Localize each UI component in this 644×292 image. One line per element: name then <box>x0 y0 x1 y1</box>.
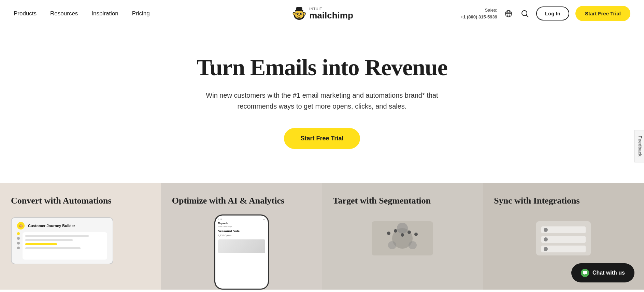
mailchimp-label: mailchimp <box>309 11 353 20</box>
svg-point-38 <box>544 247 548 251</box>
nav-link-pricing[interactable]: Pricing <box>132 10 150 17</box>
search-icon[interactable] <box>520 9 530 19</box>
hero-subtitle: Win new customers with the #1 email mark… <box>199 90 445 112</box>
svg-point-8 <box>297 13 298 14</box>
integrations-image <box>494 214 633 262</box>
svg-rect-33 <box>541 226 586 233</box>
feature-title-ai: Optimize with AI & Analytics <box>172 195 284 207</box>
tablet-content <box>23 232 107 260</box>
svg-point-26 <box>409 241 417 249</box>
feature-card-automations: Convert with Automations 🐵 Customer Jour… <box>0 183 161 290</box>
nav-link-products[interactable]: Products <box>14 10 37 17</box>
mc-logo-small: 🐵 <box>17 222 25 230</box>
tablet-mockup: 🐵 Customer Journey Builder <box>11 217 113 264</box>
svg-point-9 <box>301 13 301 14</box>
sidebar-dot <box>17 232 20 235</box>
svg-point-31 <box>414 233 418 236</box>
phone-campaign-name: Seasonal Sale <box>218 229 265 233</box>
sales-number: +1 (800) 315-5939 <box>461 14 497 19</box>
svg-point-6 <box>296 13 298 15</box>
svg-point-10 <box>298 15 300 16</box>
svg-point-12 <box>299 15 300 15</box>
login-button[interactable]: Log In <box>536 6 569 20</box>
svg-rect-34 <box>541 236 586 243</box>
phone-reports-label: Reports <box>218 222 265 225</box>
svg-point-4 <box>293 12 295 15</box>
language-icon[interactable] <box>503 9 514 19</box>
sidebar-dot <box>17 242 20 245</box>
nav-link-resources[interactable]: Resources <box>50 10 78 17</box>
segmentation-visual <box>368 214 437 262</box>
feedback-tab[interactable]: Feedback <box>634 130 644 162</box>
sidebar-dot <box>17 237 20 240</box>
feature-title-integrations: Sync with Integrations <box>494 195 633 207</box>
integrations-visual <box>529 214 598 262</box>
chat-label: Chat with us <box>592 270 625 276</box>
svg-rect-14 <box>296 7 302 11</box>
svg-point-25 <box>388 241 396 249</box>
svg-point-37 <box>544 237 548 241</box>
feature-card-ai: Optimize with AI & Analytics 7:14 ▪▪▪ Re… <box>161 183 322 290</box>
logo[interactable]: INTUIT mailchimp <box>291 5 353 22</box>
phone-signal-icon: ▪▪▪ <box>263 218 265 220</box>
sales-label: Sales: <box>485 8 497 13</box>
svg-point-11 <box>299 15 299 15</box>
svg-rect-35 <box>541 246 586 252</box>
automations-image: 🐵 Customer Journey Builder <box>11 214 150 276</box>
feature-title-automations: Convert with Automations <box>11 195 150 207</box>
svg-point-7 <box>300 13 302 15</box>
svg-point-36 <box>544 228 548 232</box>
feature-title-segmentation: Target with Segmentation <box>333 195 472 207</box>
feature-card-segmentation: Target with Segmentation <box>322 183 483 290</box>
hero-title: Turn Emails into Revenue <box>14 55 630 80</box>
nav-trial-button[interactable]: Start Free Trial <box>575 6 630 21</box>
chat-icon <box>581 269 589 277</box>
hero-trial-button[interactable]: Start Free Trial <box>284 128 360 149</box>
svg-point-5 <box>303 12 305 15</box>
svg-point-27 <box>387 232 390 235</box>
navbar: ProductsResourcesInspirationPricing <box>0 0 644 27</box>
mailchimp-monkey-icon <box>291 5 307 22</box>
features-section: Convert with Automations 🐵 Customer Jour… <box>0 183 644 290</box>
nav-right: Sales: +1 (800) 315-5939 Log In Start Fr… <box>461 6 630 21</box>
svg-point-28 <box>394 229 397 233</box>
phone-view-label: View campaign <box>218 225 232 227</box>
phone-time: 7:14 <box>218 218 222 220</box>
segmentation-image <box>333 214 472 262</box>
nav-left: ProductsResourcesInspirationPricing <box>14 10 150 17</box>
phone-status-bar: 7:14 ▪▪▪ <box>218 218 265 220</box>
svg-point-29 <box>401 233 404 237</box>
svg-line-21 <box>526 15 528 17</box>
hero-section: Turn Emails into Revenue Win new custome… <box>0 27 644 183</box>
svg-point-24 <box>397 223 408 234</box>
svg-point-30 <box>407 231 411 234</box>
sales-info: Sales: +1 (800) 315-5939 <box>461 7 497 20</box>
chat-widget[interactable]: Chat with us <box>571 263 634 282</box>
logo-text: INTUIT mailchimp <box>309 8 353 20</box>
nav-link-inspiration[interactable]: Inspiration <box>91 10 118 17</box>
phone-mockup: 7:14 ▪▪▪ Reports View campaign Seasonal … <box>214 214 269 290</box>
phone-mockup-container: 7:14 ▪▪▪ Reports View campaign Seasonal … <box>172 214 311 290</box>
phone-screen: 7:14 ▪▪▪ Reports View campaign Seasonal … <box>215 215 268 289</box>
tablet-label: Customer Journey Builder <box>28 224 75 228</box>
sidebar-dot <box>17 247 20 249</box>
phone-opens: 7,326 Opens <box>218 234 265 237</box>
phone-chart <box>218 239 265 253</box>
